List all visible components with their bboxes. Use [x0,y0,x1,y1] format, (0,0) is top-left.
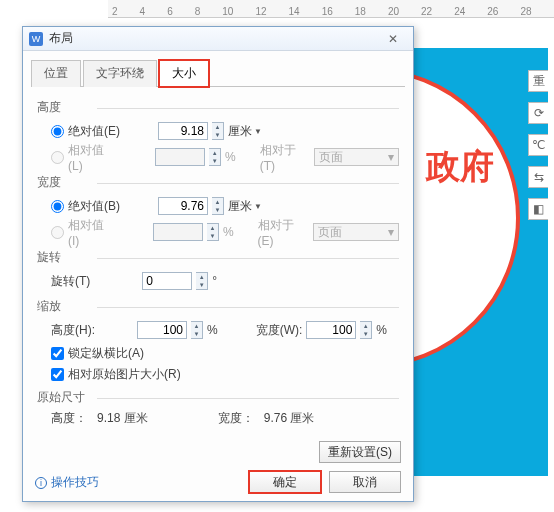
height-abs-radio[interactable]: 绝对值(E) [51,123,120,140]
side-tool[interactable]: ℃ [528,134,548,156]
scale-h-label: 高度(H): [51,322,95,339]
side-tool[interactable]: ⇆ [528,166,548,188]
titlebar[interactable]: W 布局 ✕ [23,27,413,51]
scale-w-spin[interactable]: ▲▼ [360,321,372,339]
width-abs-input[interactable] [158,197,208,215]
layout-dialog: W 布局 ✕ 位置 文字环绕 大小 高度 绝对值(E) ▲▼ 厘米▼ 相对值(L… [22,26,414,502]
reset-button[interactable]: 重新设置(S) [319,441,401,463]
scale-w-input[interactable] [306,321,356,339]
group-rotate: 旋转 [37,249,399,266]
tab-size[interactable]: 大小 [159,60,209,87]
ruler-horizontal: 246810121416182022242628 [108,0,554,18]
width-unit[interactable]: 厘米▼ [228,198,262,215]
width-relto-label: 相对于(E) [258,217,310,248]
orig-h-val: 9.18 厘米 [97,411,148,425]
height-rel-input [155,148,205,166]
scale-w-label: 宽度(W): [256,322,303,339]
tab-position[interactable]: 位置 [31,60,81,87]
scale-h-spin[interactable]: ▲▼ [191,321,203,339]
height-abs-input[interactable] [158,122,208,140]
stamp-text: 政府 [426,144,494,190]
group-width: 宽度 [37,174,399,191]
orig-w-val: 9.76 厘米 [264,411,315,425]
rotate-spin[interactable]: ▲▼ [196,272,208,290]
side-tool[interactable]: ⟳ [528,102,548,124]
side-toolbar: 重⟳℃⇆◧ [528,70,548,220]
relative-original-checkbox[interactable]: 相对原始图片大小(R) [51,366,181,383]
tab-wrap[interactable]: 文字环绕 [83,60,157,87]
height-unit[interactable]: 厘米▼ [228,123,262,140]
height-relto-label: 相对于(T) [260,142,310,173]
chevron-down-icon: ▼ [254,127,262,136]
height-rel-radio: 相对值(L) [51,142,118,173]
group-original: 原始尺寸 [37,389,399,406]
rotate-label: 旋转(T) [51,273,90,290]
dialog-title: 布局 [49,30,73,47]
width-rel-radio: 相对值(I) [51,217,115,248]
side-tool[interactable]: ◧ [528,198,548,220]
tips-link[interactable]: i 操作技巧 [35,474,99,491]
rotate-input[interactable] [142,272,192,290]
width-rel-spin: ▲▼ [207,223,219,241]
width-abs-radio[interactable]: 绝对值(B) [51,198,120,215]
app-icon: W [29,32,43,46]
height-rel-spin: ▲▼ [209,148,221,166]
lock-aspect-checkbox[interactable]: 锁定纵横比(A) [51,345,144,362]
cancel-button[interactable]: 取消 [329,471,401,493]
tabs: 位置 文字环绕 大小 [31,59,405,87]
side-tool[interactable]: 重 [528,70,548,92]
chevron-down-icon: ▼ [254,202,262,211]
height-abs-spin[interactable]: ▲▼ [212,122,224,140]
width-relto-select: 页面▾ [313,223,399,241]
group-scale: 缩放 [37,298,399,315]
info-icon: i [35,477,47,489]
scale-h-input[interactable] [137,321,187,339]
chevron-down-icon: ▾ [388,225,394,239]
group-height: 高度 [37,99,399,116]
close-icon[interactable]: ✕ [379,32,407,46]
width-abs-spin[interactable]: ▲▼ [212,197,224,215]
ok-button[interactable]: 确定 [249,471,321,493]
chevron-down-icon: ▾ [388,150,394,164]
width-rel-input [153,223,203,241]
height-relto-select: 页面▾ [314,148,399,166]
